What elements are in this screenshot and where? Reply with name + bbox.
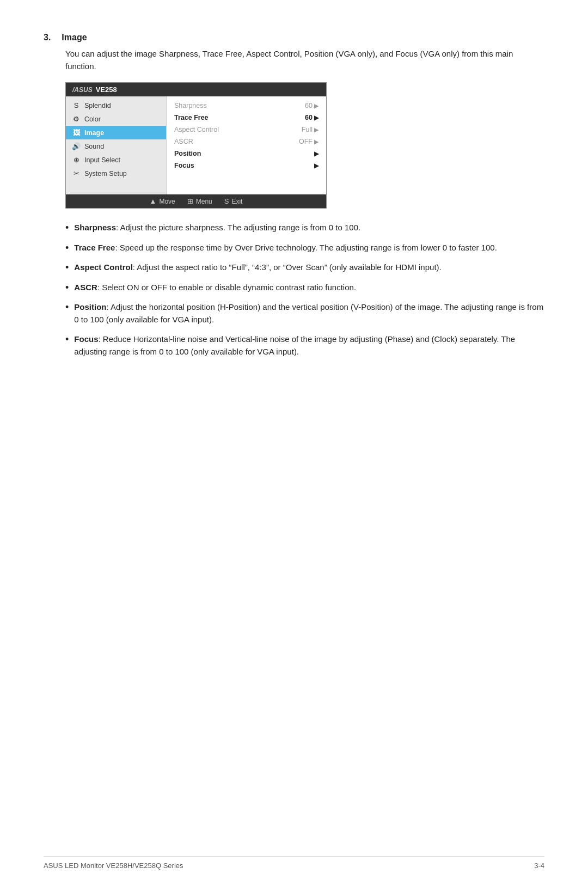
footer-right-text: 3-4 (534, 861, 544, 870)
menu-row-focus: Focus ▶ (174, 160, 318, 172)
term-focus: Focus (74, 334, 98, 344)
term-trace-free: Trace Free (74, 243, 115, 252)
page-footer: ASUS LED Monitor VE258H/VE258Q Series 3-… (44, 857, 544, 870)
bullet-dot-trace-free: • (65, 243, 69, 253)
bullet-text-trace-free: Trace Free: Speed up the response time b… (74, 242, 544, 254)
sound-icon: 🔊 (71, 142, 81, 150)
term-ascr: ASCR (74, 283, 97, 292)
monitor-brand: /ASUS (72, 86, 93, 94)
menu-row-trace-free: Trace Free 60 ▶ (174, 112, 318, 124)
image-icon: 🖼 (71, 129, 81, 137)
bullet-dot-focus: • (65, 334, 69, 344)
monitor-body: S Splendid ⚙ Color 🖼 Image 🔊 Sound ⊕ Inp… (66, 96, 326, 194)
sidebar-label-color: Color (84, 115, 101, 123)
sidebar-label-sound: Sound (84, 143, 104, 150)
monitor-footer: ▲ Move ⊞ Menu S Exit (66, 194, 326, 208)
bullet-dot-aspect-control: • (65, 262, 69, 272)
menu-value-aspect-control: Full ▶ (302, 126, 318, 133)
sidebar-item-input-select[interactable]: ⊕ Input Select (66, 153, 166, 167)
menu-value-sharpness: 60 ▶ (305, 102, 318, 109)
menu-row-aspect-control: Aspect Control Full ▶ (174, 124, 318, 136)
menu-row-sharpness: Sharpness 60 ▶ (174, 100, 318, 112)
sidebar-item-splendid[interactable]: S Splendid (66, 99, 166, 112)
section-heading: Image (62, 33, 87, 42)
feature-list: • Sharpness: Adjust the picture sharpnes… (65, 222, 544, 358)
intro-text: You can adjust the image Sharpness, Trac… (65, 48, 544, 72)
menu-row-position: Position ▶ (174, 148, 318, 160)
menu-label-aspect-control: Aspect Control (174, 126, 219, 133)
monitor-model: VE258 (96, 85, 117, 94)
menu-value-ascr: OFF ▶ (299, 138, 318, 145)
bullet-dot-ascr: • (65, 283, 69, 292)
system-setup-icon: ✂ (71, 169, 81, 178)
sidebar-item-sound[interactable]: 🔊 Sound (66, 139, 166, 153)
monitor-ui-screenshot: /ASUS VE258 S Splendid ⚙ Color 🖼 Image 🔊… (65, 82, 327, 209)
term-sharpness: Sharpness (74, 223, 116, 232)
menu-label-position: Position (174, 150, 201, 157)
sidebar-label-input-select: Input Select (84, 156, 120, 164)
bullet-dot-position: • (65, 302, 69, 312)
bullet-position: • Position: Adjust the horizontal positi… (65, 301, 544, 326)
footer-move: ▲ Move (150, 197, 175, 205)
bullet-ascr: • ASCR: Select ON or OFF to enable or di… (65, 282, 544, 294)
splendid-icon: S (71, 101, 81, 109)
bullet-text-focus: Focus: Reduce Horizontal-line noise and … (74, 333, 544, 358)
bullet-trace-free: • Trace Free: Speed up the response time… (65, 242, 544, 254)
move-label: Move (159, 198, 175, 205)
input-select-icon: ⊕ (71, 156, 81, 164)
exit-icon: S (224, 197, 229, 205)
term-position: Position (74, 302, 106, 311)
monitor-sidebar: S Splendid ⚙ Color 🖼 Image 🔊 Sound ⊕ Inp… (66, 96, 167, 194)
bullet-sharpness: • Sharpness: Adjust the picture sharpnes… (65, 222, 544, 234)
bullet-text-position: Position: Adjust the horizontal position… (74, 301, 544, 326)
menu-value-trace-free: 60 ▶ (305, 114, 318, 121)
menu-row-ascr: ASCR OFF ▶ (174, 136, 318, 148)
sidebar-item-system-setup[interactable]: ✂ System Setup (66, 167, 166, 180)
sidebar-label-system-setup: System Setup (84, 170, 127, 178)
move-icon: ▲ (150, 197, 157, 205)
menu-label-focus: Focus (174, 162, 194, 169)
term-aspect-control: Aspect Control (74, 262, 133, 272)
sidebar-label-splendid: Splendid (84, 102, 111, 109)
menu-label-sharpness: Sharpness (174, 102, 207, 109)
sidebar-item-color[interactable]: ⚙ Color (66, 112, 166, 126)
footer-menu: ⊞ Menu (187, 197, 212, 205)
section-number: 3. (44, 33, 51, 42)
menu-label-ascr: ASCR (174, 138, 193, 145)
sidebar-item-image[interactable]: 🖼 Image (66, 126, 166, 139)
bullet-focus: • Focus: Reduce Horizontal-line noise an… (65, 333, 544, 358)
menu-icon: ⊞ (187, 197, 193, 205)
footer-left-text: ASUS LED Monitor VE258H/VE258Q Series (44, 861, 183, 870)
sidebar-label-image: Image (84, 129, 104, 137)
bullet-text-ascr: ASCR: Select ON or OFF to enable or disa… (74, 282, 544, 294)
bullet-text-sharpness: Sharpness: Adjust the picture sharpness.… (74, 222, 544, 234)
bullet-dot-sharpness: • (65, 223, 69, 233)
bullet-text-aspect-control: Aspect Control: Adjust the aspect ratio … (74, 261, 544, 274)
exit-label: Exit (231, 198, 242, 205)
monitor-main-content: Sharpness 60 ▶ Trace Free 60 ▶ Aspect Co… (167, 96, 326, 194)
menu-value-position: ▶ (314, 150, 318, 157)
menu-label: Menu (196, 198, 212, 205)
footer-exit: S Exit (224, 197, 243, 205)
monitor-titlebar: /ASUS VE258 (66, 83, 326, 96)
bullet-aspect-control: • Aspect Control: Adjust the aspect rati… (65, 261, 544, 274)
menu-label-trace-free: Trace Free (174, 114, 209, 121)
color-icon: ⚙ (71, 115, 81, 123)
menu-value-focus: ▶ (314, 162, 318, 169)
